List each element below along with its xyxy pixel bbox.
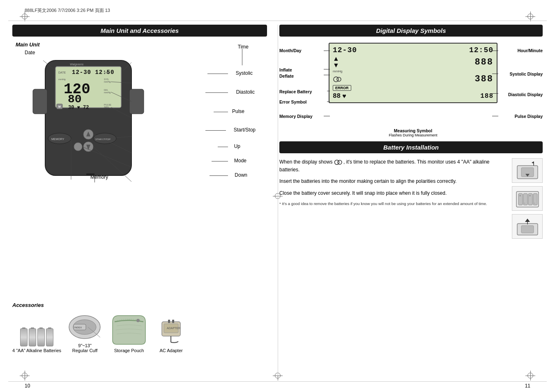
svg-marker-71 — [525, 219, 530, 222]
pouch-label: Storage Pouch — [108, 348, 150, 353]
batteries-item: 4 "AA" Alkaline Batteries — [12, 328, 61, 353]
adapter-label: AC Adapter — [156, 348, 187, 353]
diastolic-display-label: Diastolic Display — [508, 92, 543, 97]
cuff-label: 9"~13" Regular Cuff — [67, 343, 102, 353]
pouch-svg — [108, 311, 150, 346]
pulse-display-label: Pulse Display — [515, 114, 543, 119]
hour-minute-label: Hour/Minute — [518, 48, 543, 53]
digital-display-section: Digital Display Symbols Month/Day Inflat… — [279, 25, 543, 137]
battery-replace-inline — [334, 159, 342, 165]
month-day-label: Month/Day — [279, 48, 302, 53]
svg-rect-29 — [86, 173, 94, 175]
diastolicdisp-connector — [492, 93, 498, 94]
hourmin-connector — [492, 51, 498, 51]
startstop-callout: Start/Stop — [234, 127, 256, 133]
battery-step-2: + + - - — [512, 186, 543, 211]
error-connector — [327, 101, 330, 102]
page-separator — [278, 25, 278, 376]
right-column: Digital Display Symbols Month/Day Inflat… — [279, 25, 543, 376]
memory-row: 88 ♥ — [333, 92, 346, 100]
step2-svg: + + - - — [513, 187, 542, 210]
mode-line — [212, 161, 228, 161]
svg-text:START/STOP: START/STOP — [95, 138, 111, 141]
down-line — [210, 175, 228, 176]
battery-header: Battery Installation — [279, 141, 543, 153]
down-callout: Down — [235, 172, 247, 178]
error-box: ERROR — [333, 85, 351, 91]
svg-text:Walgreens: Walgreens — [70, 63, 84, 66]
up-line — [218, 147, 228, 147]
left-section-header: Main Unit and Accessories — [12, 25, 267, 37]
svg-text:M: M — [58, 105, 61, 108]
lcd-box: 12-30 12:50 ▲ ▼ 888 mmHg — [329, 43, 497, 103]
svg-rect-2 — [129, 89, 144, 114]
battery-installation-section: Battery Installation When the display sh… — [279, 141, 543, 239]
cuff-item: INDEX 9"~13" Regular Cuff — [67, 313, 102, 353]
svg-text:/MIN.: /MIN. — [104, 106, 110, 108]
svg-rect-51 — [172, 320, 174, 323]
memory-connector — [324, 116, 330, 116]
svg-text:mmHg: mmHg — [104, 91, 111, 94]
svg-text:-: - — [534, 201, 535, 205]
monthday-connector — [324, 51, 330, 51]
battery-4 — [46, 328, 53, 346]
accessories-grid: 4 "AA" Alkaline Batteries INDEX 9"~13" R… — [12, 311, 267, 353]
pulse-line — [214, 112, 228, 112]
time-line — [242, 49, 242, 65]
battery-1 — [20, 328, 28, 346]
svg-rect-1 — [33, 89, 47, 114]
cuff-svg: INDEX — [67, 313, 102, 341]
battery-set — [12, 328, 61, 346]
error-symbol-label: Error Symbol — [279, 99, 307, 104]
svg-text:MEMORY: MEMORY — [51, 138, 64, 141]
deflate-connector — [324, 75, 330, 75]
pulse-callout: Pulse — [232, 108, 244, 114]
svg-text:TIME: TIME — [104, 71, 110, 74]
sys-line — [207, 74, 228, 74]
step3-svg — [513, 215, 542, 238]
dia-line — [205, 92, 228, 93]
arrow-down-icon: ▼ — [333, 62, 339, 69]
heart-symbol: ♥ — [342, 92, 346, 100]
page-container: 888LF英文2006 7/7/2006 3:26 PM 頁面 13 Main … — [0, 0, 555, 392]
svg-text:+: + — [529, 194, 531, 197]
lcd-diastolic: 388 — [474, 74, 493, 84]
mmhg-label: mmHg — [333, 69, 493, 73]
adapter-item: ADAPTER AC Adapter — [156, 318, 187, 353]
battery-content: When the display shows , it's time to re… — [279, 158, 543, 239]
svg-point-53 — [337, 77, 341, 81]
systolicdisp-connector — [492, 74, 498, 74]
pouch-item: Storage Pouch — [108, 311, 150, 353]
battery-step-1 — [512, 158, 543, 183]
svg-point-25 — [74, 143, 82, 151]
arrow-group: ▲ ▼ — [333, 55, 339, 69]
battery-icon-group — [333, 76, 342, 82]
lcd-time: 12:50 — [469, 46, 493, 54]
inflate-connector — [324, 69, 330, 69]
battery-2 — [29, 328, 36, 346]
lcd-row-2: ▲ ▼ 888 — [333, 55, 493, 69]
battery-3 — [37, 328, 45, 346]
svg-text:30 ♥ 72: 30 ♥ 72 — [68, 105, 89, 111]
svg-text:mmHg: mmHg — [104, 81, 111, 83]
lcd-row-3: 388 — [333, 74, 493, 84]
battery-para-3: Close the battery cover securely. It wil… — [279, 189, 506, 197]
pulsedisp-connector — [492, 116, 498, 116]
bottom-rule — [8, 381, 547, 382]
up-callout: Up — [234, 143, 240, 149]
memory-display-label: Memory Display — [279, 114, 313, 119]
accessories-label: Accessories — [12, 302, 267, 308]
measuring-note: Measuring Symbol Flashes During Measurem… — [329, 128, 497, 137]
device-svg: DATE 12-30 12:50 TIME mmHg SYS. mmHg 120… — [25, 48, 152, 196]
diastolic-callout: Diastolic — [236, 89, 255, 95]
svg-point-45 — [136, 319, 140, 322]
svg-text:80: 80 — [68, 93, 82, 106]
svg-text:DATE: DATE — [58, 71, 66, 74]
time-callout: Time — [238, 44, 249, 50]
svg-text:-: - — [524, 201, 525, 205]
reg-mark-tr — [525, 12, 535, 21]
svg-point-55 — [338, 160, 342, 164]
reg-mark-tl — [20, 12, 30, 21]
adapter-svg: ADAPTER — [156, 318, 187, 346]
battery-para-2: Insert the batteries into the monitor ma… — [279, 178, 506, 185]
